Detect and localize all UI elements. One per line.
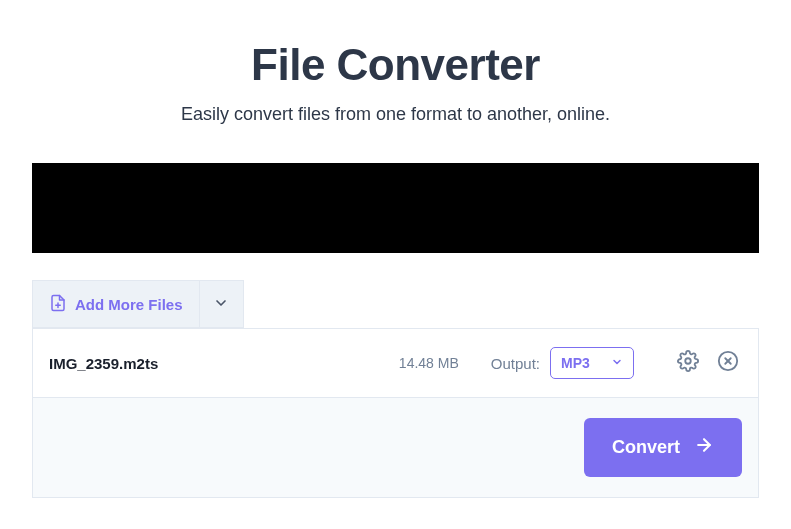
file-name: IMG_2359.m2ts: [49, 355, 399, 372]
page-title: File Converter: [32, 40, 759, 90]
ad-banner: [32, 163, 759, 253]
gear-icon: [677, 350, 699, 376]
convert-label: Convert: [612, 437, 680, 458]
format-select[interactable]: MP3: [550, 347, 634, 379]
add-more-dropdown-button[interactable]: [200, 280, 244, 328]
add-more-files-button[interactable]: Add More Files: [32, 280, 200, 328]
toolbar: Add More Files: [32, 280, 759, 328]
arrow-right-icon: [694, 435, 714, 460]
page-subtitle: Easily convert files from one format to …: [32, 104, 759, 125]
add-more-files-label: Add More Files: [75, 296, 183, 313]
convert-button[interactable]: Convert: [584, 418, 742, 477]
output-label: Output:: [491, 355, 540, 372]
close-circle-icon: [717, 350, 739, 376]
chevron-down-icon: [611, 354, 623, 372]
svg-point-2: [685, 358, 691, 364]
settings-button[interactable]: [674, 349, 702, 377]
file-row: IMG_2359.m2ts 14.48 MB Output: MP3: [32, 328, 759, 398]
format-value: MP3: [561, 355, 590, 371]
chevron-down-icon: [213, 295, 229, 314]
footer-actions: Convert: [32, 398, 759, 498]
file-plus-icon: [49, 294, 67, 315]
file-size: 14.48 MB: [399, 355, 459, 371]
remove-file-button[interactable]: [714, 349, 742, 377]
